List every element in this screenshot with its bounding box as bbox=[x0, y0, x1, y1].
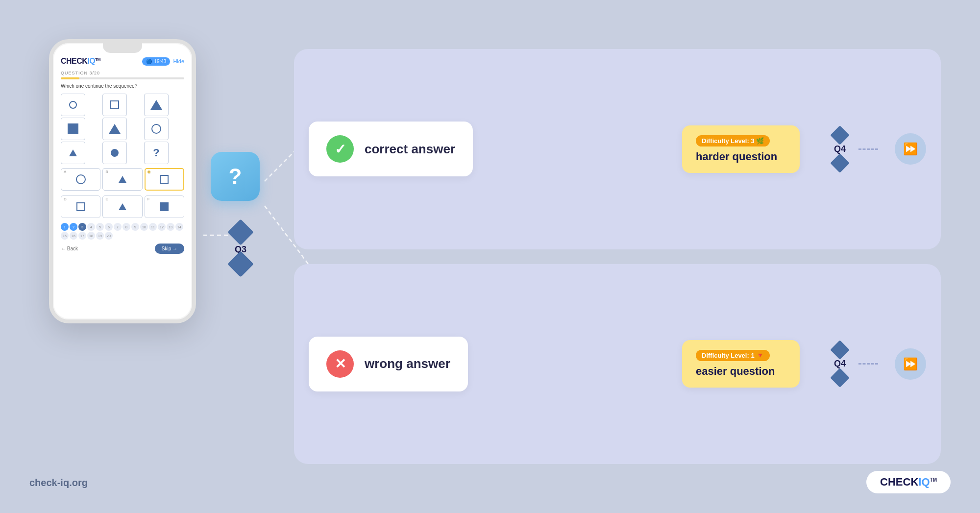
correct-icon-circle: ✓ bbox=[326, 135, 354, 163]
matrix-cell bbox=[61, 94, 85, 116]
shape-square-filled bbox=[68, 123, 78, 134]
timer-icon: 🔵 bbox=[146, 59, 152, 64]
correct-difficulty-desc: harder question bbox=[696, 150, 786, 163]
timer-badge: 🔵 19:43 bbox=[142, 57, 170, 66]
wrong-x-icon: ✕ bbox=[335, 356, 346, 372]
wrong-icon-circle: ✕ bbox=[326, 350, 354, 378]
option-e-shape bbox=[119, 203, 126, 210]
hide-link[interactable]: Hide bbox=[173, 58, 184, 64]
option-a-shape bbox=[76, 174, 86, 184]
matrix-cell-question: ? bbox=[144, 142, 169, 164]
q3-diamond-top bbox=[227, 219, 254, 245]
wrong-difficulty-badge: Difficulty Level: 1 🔻 bbox=[696, 350, 770, 361]
question-bubble-icon: ? bbox=[229, 164, 242, 189]
matrix-grid: ? bbox=[61, 94, 184, 164]
page-10[interactable]: 10 bbox=[140, 223, 148, 231]
progress-fill bbox=[61, 77, 79, 79]
page-19[interactable]: 19 bbox=[96, 232, 104, 240]
matrix-cell bbox=[144, 94, 169, 116]
matrix-cell bbox=[61, 142, 85, 164]
correct-difficulty-card: Difficulty Level: 3 🌿 harder question bbox=[682, 125, 800, 173]
progress-bar bbox=[61, 77, 184, 79]
phone-header: CHECKIQTM 🔵 19:43 Hide bbox=[61, 57, 184, 66]
answer-option-e[interactable]: E bbox=[102, 195, 142, 218]
wrong-branch-card: ✕ wrong answer Difficulty Level: 1 🔻 eas… bbox=[294, 264, 941, 464]
page-8[interactable]: 8 bbox=[122, 223, 130, 231]
shape-circle bbox=[151, 124, 161, 134]
page-12[interactable]: 12 bbox=[158, 223, 166, 231]
correct-answer-card: ✓ correct answer bbox=[309, 122, 473, 176]
page-6[interactable]: 6 bbox=[105, 223, 113, 231]
wrong-answer-label: wrong answer bbox=[365, 356, 450, 371]
phone-notch bbox=[103, 43, 142, 53]
correct-checkmark-icon: ✓ bbox=[335, 141, 346, 157]
matrix-cell bbox=[144, 118, 169, 140]
page-9[interactable]: 9 bbox=[131, 223, 139, 231]
brand-name: CHECKIQTM bbox=[880, 476, 937, 489]
page-11[interactable]: 11 bbox=[149, 223, 157, 231]
option-f-shape bbox=[160, 202, 169, 211]
back-button[interactable]: ← Back bbox=[61, 246, 78, 251]
page-20[interactable]: 20 bbox=[105, 232, 113, 240]
phone-footer: ← Back Skip → bbox=[61, 244, 184, 254]
app-logo: CHECKIQTM bbox=[61, 57, 100, 66]
page-7[interactable]: 7 bbox=[114, 223, 122, 231]
matrix-cell bbox=[102, 142, 127, 164]
page-16[interactable]: 16 bbox=[70, 232, 77, 240]
matrix-cell bbox=[102, 94, 127, 116]
page-5[interactable]: 5 bbox=[96, 223, 104, 231]
shape-circle bbox=[69, 101, 77, 109]
phone-screen: CHECKIQTM 🔵 19:43 Hide QUESTION 3/20 Whi… bbox=[53, 43, 192, 319]
page-13[interactable]: 13 bbox=[167, 223, 174, 231]
correct-difficulty-badge: Difficulty Level: 3 🌿 bbox=[696, 135, 770, 147]
correct-branch-card: ✓ correct answer Difficulty Level: 3 🌿 h… bbox=[294, 49, 941, 249]
page-1[interactable]: 1 bbox=[61, 223, 69, 231]
wrong-q4-node: Q4 bbox=[833, 343, 847, 385]
option-c-shape bbox=[160, 175, 169, 184]
page-4[interactable]: 4 bbox=[87, 223, 95, 231]
answer-option-c[interactable]: C bbox=[145, 168, 184, 191]
correct-q4-label: Q4 bbox=[834, 144, 846, 154]
answer-option-d[interactable]: D bbox=[61, 195, 100, 218]
q4-diamond-bottom bbox=[830, 153, 850, 173]
page-3[interactable]: 3 bbox=[78, 223, 86, 231]
website-url: check-iq.org bbox=[29, 477, 88, 489]
q3-question-bubble: ? bbox=[211, 152, 260, 201]
q4-diamond-top bbox=[830, 125, 850, 145]
page-17[interactable]: 17 bbox=[78, 232, 86, 240]
q4-diamond-bottom-2 bbox=[830, 368, 850, 388]
shape-square bbox=[110, 100, 119, 109]
shape-triangle bbox=[69, 149, 77, 156]
answer-options-row1: A B C bbox=[61, 168, 184, 191]
shape-circle-filled bbox=[111, 149, 119, 157]
wrong-difficulty-desc: easier question bbox=[696, 365, 786, 378]
page-2[interactable]: 2 bbox=[70, 223, 77, 231]
correct-play-icon: ⏩ bbox=[903, 142, 918, 156]
wrong-play-icon: ⏩ bbox=[903, 357, 918, 371]
pagination: 1 2 3 4 5 6 7 8 9 10 11 12 13 14 15 16 1… bbox=[61, 223, 184, 240]
wrong-answer-card: ✕ wrong answer bbox=[309, 337, 468, 391]
phone-mockup: CHECKIQTM 🔵 19:43 Hide QUESTION 3/20 Whi… bbox=[49, 39, 196, 323]
answer-option-f[interactable]: F bbox=[145, 195, 184, 218]
matrix-cell bbox=[61, 118, 85, 140]
correct-answer-label: correct answer bbox=[365, 142, 455, 157]
answer-option-b[interactable]: B bbox=[102, 168, 142, 191]
q4-diamond-top-2 bbox=[830, 340, 850, 360]
answer-option-a[interactable]: A bbox=[61, 168, 100, 191]
question-text: Which one continue the sequence? bbox=[61, 83, 184, 89]
page-18[interactable]: 18 bbox=[87, 232, 95, 240]
page-14[interactable]: 14 bbox=[175, 223, 183, 231]
option-d-shape bbox=[76, 202, 85, 211]
shape-triangle bbox=[109, 124, 121, 134]
phone-frame: CHECKIQTM 🔵 19:43 Hide QUESTION 3/20 Whi… bbox=[49, 39, 196, 323]
branch-container: ✓ correct answer Difficulty Level: 3 🌿 h… bbox=[294, 49, 941, 464]
page-15[interactable]: 15 bbox=[61, 232, 69, 240]
wrong-difficulty-card: Difficulty Level: 1 🔻 easier question bbox=[682, 340, 800, 388]
skip-button[interactable]: Skip → bbox=[155, 244, 184, 254]
answer-options-row2: D E F bbox=[61, 195, 184, 218]
matrix-cell bbox=[102, 118, 127, 140]
correct-play-button[interactable]: ⏩ bbox=[895, 133, 926, 165]
question-label: QUESTION 3/20 bbox=[61, 71, 184, 75]
q3-node: Q3 bbox=[231, 223, 250, 273]
wrong-play-button[interactable]: ⏩ bbox=[895, 348, 926, 380]
